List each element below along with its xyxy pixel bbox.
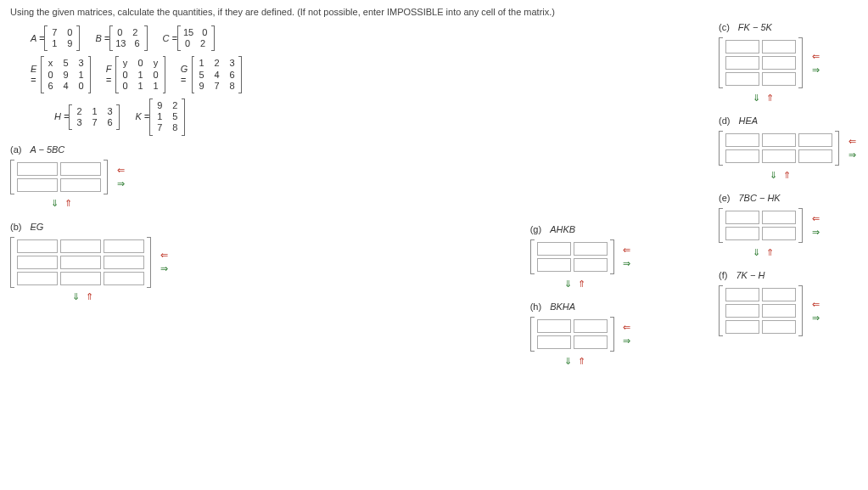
cell-input[interactable] bbox=[17, 272, 58, 285]
add-col-icon[interactable]: ⇒ bbox=[621, 258, 633, 270]
cell-input[interactable] bbox=[537, 242, 571, 256]
cell-input[interactable] bbox=[574, 242, 608, 256]
add-col-icon[interactable]: ⇒ bbox=[621, 335, 633, 347]
add-col-icon[interactable]: ⇒ bbox=[809, 312, 821, 324]
part-g-label: (g)AHKB bbox=[530, 224, 702, 234]
cell-input[interactable] bbox=[762, 72, 796, 86]
add-col-icon[interactable]: ⇒ bbox=[115, 177, 126, 189]
add-col-icon[interactable]: ⇒ bbox=[809, 227, 821, 239]
cell-input[interactable] bbox=[60, 272, 101, 285]
part-e-label: (e)7BC − HK bbox=[719, 193, 858, 203]
add-row-icon[interactable]: ⇓ bbox=[48, 198, 60, 210]
answer-b: ⇐⇒ bbox=[10, 237, 242, 288]
cell-input[interactable] bbox=[725, 133, 759, 147]
cell-input[interactable] bbox=[762, 40, 796, 54]
matrix-definitions: A = 7019 B = 02136 C = 15002 E = x530916… bbox=[31, 25, 242, 136]
cell-input[interactable] bbox=[60, 256, 101, 269]
add-col-icon[interactable]: ⇒ bbox=[809, 64, 821, 76]
answer-h: ⇐⇒ bbox=[530, 317, 702, 352]
cell-input[interactable] bbox=[725, 211, 759, 224]
cell-input[interactable] bbox=[798, 133, 832, 147]
remove-col-icon[interactable]: ⇐ bbox=[621, 245, 633, 256]
matrix-E: E = x53091640 bbox=[31, 56, 91, 93]
cell-input[interactable] bbox=[725, 320, 759, 334]
remove-col-icon[interactable]: ⇐ bbox=[809, 298, 821, 310]
cell-input[interactable] bbox=[725, 304, 759, 318]
part-c-label: (c)FK − 5K bbox=[719, 22, 858, 32]
remove-col-icon[interactable]: ⇐ bbox=[809, 50, 821, 62]
add-row-icon[interactable]: ⇓ bbox=[70, 291, 81, 303]
cell-input[interactable] bbox=[537, 335, 571, 349]
add-row-icon[interactable]: ⇓ bbox=[562, 278, 574, 290]
cell-input[interactable] bbox=[725, 72, 759, 86]
matrix-F: F = y0y010011 bbox=[106, 56, 165, 93]
cell-input[interactable] bbox=[762, 304, 796, 318]
add-row-icon[interactable]: ⇓ bbox=[751, 92, 763, 104]
cell-input[interactable] bbox=[537, 319, 571, 333]
remove-row-icon[interactable]: ⇑ bbox=[764, 92, 776, 104]
matrix-A: A = 7019 bbox=[31, 25, 80, 51]
cell-input[interactable] bbox=[798, 149, 832, 163]
remove-col-icon[interactable]: ⇐ bbox=[846, 136, 858, 148]
answer-g: ⇐⇒ bbox=[530, 239, 702, 274]
remove-col-icon[interactable]: ⇐ bbox=[115, 164, 126, 176]
cell-input[interactable] bbox=[725, 149, 759, 163]
add-col-icon[interactable]: ⇒ bbox=[846, 149, 858, 161]
part-d-label: (d)HEA bbox=[719, 115, 858, 126]
remove-row-icon[interactable]: ⇑ bbox=[781, 169, 793, 181]
answer-e: ⇐⇒ bbox=[719, 208, 858, 243]
cell-input[interactable] bbox=[725, 56, 759, 70]
remove-col-icon[interactable]: ⇐ bbox=[621, 322, 633, 334]
answer-d: ⇐⇒ bbox=[719, 131, 858, 166]
matrix-G: G = 123546978 bbox=[181, 56, 242, 93]
cell-input[interactable] bbox=[725, 40, 759, 54]
cell-input[interactable] bbox=[762, 211, 796, 224]
part-a-label: (a)A − 5BC bbox=[10, 144, 242, 155]
add-row-icon[interactable]: ⇓ bbox=[751, 246, 763, 258]
cell-input[interactable] bbox=[574, 335, 608, 349]
part-f-label: (f)7K − H bbox=[719, 270, 858, 280]
answer-a: ⇐⇒ bbox=[10, 160, 242, 194]
cell-input[interactable] bbox=[60, 162, 101, 176]
cell-input[interactable] bbox=[60, 239, 101, 253]
cell-input[interactable] bbox=[762, 56, 796, 70]
part-h-label: (h)BKHA bbox=[530, 301, 702, 312]
remove-row-icon[interactable]: ⇑ bbox=[764, 246, 776, 258]
cell-input[interactable] bbox=[574, 258, 608, 272]
matrix-C: C = 15002 bbox=[163, 25, 216, 51]
cell-input[interactable] bbox=[762, 227, 796, 240]
cell-input[interactable] bbox=[537, 258, 571, 272]
remove-col-icon[interactable]: ⇐ bbox=[809, 213, 821, 225]
answer-c: ⇐⇒ bbox=[719, 37, 858, 88]
remove-row-icon[interactable]: ⇑ bbox=[575, 278, 587, 290]
matrix-H: H = 213376 bbox=[54, 104, 120, 130]
matrix-B: B = 02136 bbox=[95, 25, 147, 51]
cell-input[interactable] bbox=[762, 133, 796, 147]
add-row-icon[interactable]: ⇓ bbox=[768, 169, 780, 181]
remove-col-icon[interactable]: ⇐ bbox=[158, 250, 170, 262]
cell-input[interactable] bbox=[60, 178, 101, 192]
remove-row-icon[interactable]: ⇑ bbox=[575, 355, 587, 367]
cell-input[interactable] bbox=[17, 256, 58, 269]
cell-input[interactable] bbox=[762, 149, 796, 163]
cell-input[interactable] bbox=[104, 239, 144, 253]
instruction-text: Using the given matrices, calculate the … bbox=[10, 7, 858, 17]
cell-input[interactable] bbox=[104, 256, 144, 269]
part-b-label: (b)EG bbox=[10, 222, 242, 232]
cell-input[interactable] bbox=[17, 239, 58, 253]
add-row-icon[interactable]: ⇓ bbox=[562, 355, 574, 367]
cell-input[interactable] bbox=[762, 288, 796, 301]
cell-input[interactable] bbox=[762, 320, 796, 334]
cell-input[interactable] bbox=[574, 319, 608, 333]
add-col-icon[interactable]: ⇒ bbox=[158, 263, 170, 275]
cell-input[interactable] bbox=[17, 162, 58, 176]
cell-input[interactable] bbox=[725, 227, 759, 240]
cell-input[interactable] bbox=[104, 272, 144, 285]
answer-f: ⇐⇒ bbox=[719, 285, 858, 336]
cell-input[interactable] bbox=[725, 288, 759, 301]
remove-row-icon[interactable]: ⇑ bbox=[62, 198, 74, 210]
remove-row-icon[interactable]: ⇑ bbox=[83, 291, 95, 303]
cell-input[interactable] bbox=[17, 178, 58, 192]
matrix-K: K = 921578 bbox=[135, 99, 185, 136]
